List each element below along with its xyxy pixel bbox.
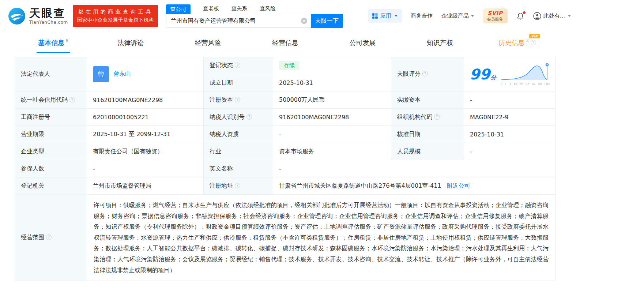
section-tabs: 基本信息 8 法律诉讼 经营风险 经营信息 公司发展 知识产权 VIP 历史信息… [15,32,556,53]
legal-rep-cell: 曾 曾东山 [87,57,204,91]
tab-history-info[interactable]: VIP 历史信息 3 [479,32,556,53]
help-icon[interactable] [434,114,440,120]
field-value: - [273,160,556,177]
help-icon[interactable] [46,234,52,240]
search-tab-boss[interactable]: 查老板 [203,5,219,12]
search-button[interactable]: 天眼一下 [311,14,343,28]
search-block: 查公司 查老板 查关系 查风险 天眼一下 [166,4,343,28]
tab-operating-risk[interactable]: 经营风险 [169,32,246,53]
business-scope-text: 许可项目：供暖服务；燃气经营；自来水生产与供应（依法须经批准的项目，经相关部门批… [87,195,556,281]
field-value: - [87,160,204,177]
search-tab-relation[interactable]: 查关系 [231,5,248,12]
field-label: 天眼评分 [391,57,464,91]
tab-basic-info[interactable]: 基本信息 8 [15,32,92,53]
help-icon[interactable] [235,183,240,188]
field-label: 人员规模 [391,143,464,160]
basic-info-table: 法定代表人 曾 曾东山 登记状态 存续 天眼评分 99分 [15,57,556,281]
business-cooperation-link[interactable]: 商务合作 [411,12,433,19]
legal-rep-name-link[interactable]: 曾东山 [113,70,131,78]
field-value: 2025-10-31 至 2099-12-31 [87,126,204,143]
field-label: 工商注册号 [15,109,87,126]
field-value: 资本市场服务 [273,143,391,160]
legal-rep-avatar[interactable]: 曾 [93,66,109,82]
chevron-down-icon [568,15,571,17]
reg-status-cell: 存续 [273,57,391,74]
svip-sublabel: 会员服务 [487,17,503,22]
score-axis: 0131550859799100 [501,83,550,86]
field-label: 法定代表人 [15,57,87,91]
brand-name: 天眼查 [29,7,68,19]
tianyan-score-cell[interactable]: 99分 0131550859799100 [464,57,556,91]
apps-grid-icon [372,13,378,19]
field-value: 有限责任公司（国有独资） [87,143,204,160]
help-icon[interactable] [422,71,428,76]
field-label: 行业 [204,143,273,160]
field-label: 参保人数 [15,160,87,177]
field-label: 统一社会信用代码 [15,91,87,109]
field-label: 注册地址 [204,177,273,195]
chevron-down-icon [471,15,474,17]
help-icon[interactable] [235,63,240,68]
help-icon[interactable] [69,97,75,102]
field-value: 620100001005221 [87,109,204,126]
tianyancha-logo-icon [8,7,26,25]
field-value: - [273,126,391,143]
field-value: 91620100MAG0NE2298 [273,109,391,126]
field-label: 纳税人资质 [204,126,273,143]
enterprise-products-link[interactable]: 企业级产品 [441,12,474,19]
address-cell: 甘肃省兰州市城关区临夏路街道中山路276号第4层001室-411 附近公司 [273,177,556,195]
promo-banner: 都在用的商业查询工具 国家中小企业发展子基金旗下机构 [73,5,158,27]
field-label: 成立日期 [204,74,273,91]
help-icon[interactable] [531,40,536,45]
apps-label: 应用 [380,12,391,19]
header-right: 应用 商务合作 企业级产品 SVIP 会员服务 此处 [368,8,571,23]
user-avatar-icon [533,12,541,20]
field-label: 实缴资本 [391,91,464,109]
field-label: 核准日期 [391,126,464,143]
address-value: 甘肃省兰州市城关区临夏路街道中山路276号第4层001室-411 [279,182,441,189]
clear-search-icon[interactable] [301,18,307,24]
field-value: MAG0NE22-9 [464,109,556,126]
field-label: 英文名称 [204,160,273,177]
user-label: 此处有... [543,12,565,19]
field-value: 500000万人民币 [273,91,391,109]
search-tab-company[interactable]: 查公司 [166,4,191,14]
score-value: 99分 [470,66,496,83]
promo-line1: 都在用的商业查询工具 [77,8,154,16]
field-label: 经营范围 [15,195,87,281]
tab-company-development[interactable]: 公司发展 [324,32,401,53]
user-account-menu[interactable]: 此处有... [533,12,571,20]
svip-label: SVIP [487,10,503,17]
nearby-companies-link[interactable]: 附近公司 [447,182,470,189]
field-label: 企业类型 [15,143,87,160]
status-badge: 存续 [279,61,300,70]
chevron-down-icon [395,15,398,17]
field-value: 2025-10-31 [273,74,391,91]
brand-domain: TianYanCha.com [29,20,68,25]
tab-intellectual-property[interactable]: 知识产权 [401,32,478,53]
field-value: 2025-10-31 [464,126,556,143]
basic-info-count: 8 [65,38,68,43]
help-icon[interactable] [246,114,252,120]
tab-legal-proceedings[interactable]: 法律诉讼 [92,32,169,53]
notification-badge-dot [523,11,526,14]
tianyancha-logo[interactable]: 天眼查 TianYanCha.com [8,7,68,25]
search-input[interactable] [166,14,311,28]
tab-operating-info[interactable]: 经营信息 [246,32,324,53]
search-tab-risk[interactable]: 查风险 [260,5,276,12]
help-icon[interactable] [235,97,240,102]
vip-ribbon-badge: VIP [529,34,540,38]
field-label: 登记状态 [204,57,273,74]
score-curve-chart: 0131550859799100 [501,63,550,86]
field-value: - [464,143,556,160]
notifications-button[interactable] [516,12,524,20]
field-label: 纳税人识别号 [204,109,273,126]
history-info-count: 3 [526,38,529,43]
field-value: 91620100MAG0NE2298 [87,91,204,109]
top-header: 天眼查 TianYanCha.com 都在用的商业查询工具 国家中小企业发展子基… [0,0,644,32]
field-label: 注册资本 [204,91,273,109]
field-value: - [464,91,556,109]
field-label: 组织机构代码 [391,109,464,126]
apps-menu[interactable]: 应用 [368,9,402,23]
svip-membership-button[interactable]: SVIP 会员服务 [483,8,508,23]
